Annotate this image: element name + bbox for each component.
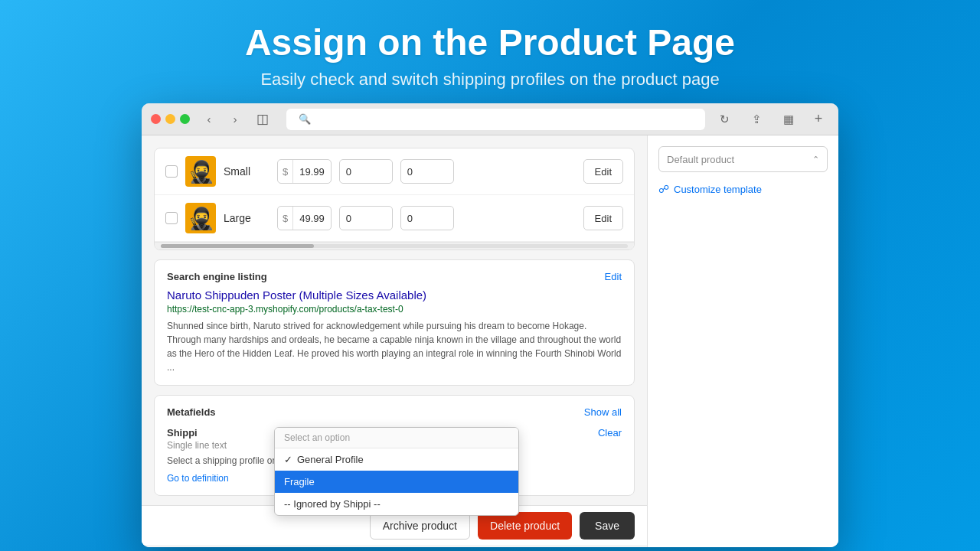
share-button[interactable]: ⇪: [743, 109, 769, 130]
price-input-large[interactable]: $ 49.99: [277, 206, 332, 230]
currency-symbol: $: [278, 207, 293, 230]
price-input-small[interactable]: $ 19.99: [277, 159, 332, 184]
browser-body: 🥷 Small $ 19.99 0 0 Edit: [142, 135, 838, 547]
qty2-value-large: 0: [407, 213, 413, 224]
shippi-block: Shippi Single line text Select a shippin…: [167, 427, 622, 484]
chevron-down-icon: ⌃: [812, 155, 819, 165]
checkmark-icon: ✓: [284, 454, 292, 465]
scrollbar-thumb[interactable]: [161, 244, 314, 248]
avatar-image: 🥷: [188, 206, 214, 231]
sidebar-toggle-button[interactable]: ◫: [251, 109, 274, 129]
dropdown-item-label: General Profile: [297, 454, 364, 465]
show-all-button[interactable]: Show all: [584, 406, 622, 418]
reload-button[interactable]: ↻: [711, 109, 737, 130]
dropdown-item-label: Fragile: [284, 476, 315, 487]
qty1-value-small: 0: [346, 166, 351, 178]
currency-symbol: $: [278, 160, 293, 183]
hero-title: Assign on the Product Page: [245, 21, 735, 64]
shipping-profile-dropdown[interactable]: Select an option ✓ General Profile Fragi…: [274, 427, 519, 516]
scrollbar-wrap: [155, 242, 634, 249]
seo-edit-button[interactable]: Edit: [605, 271, 622, 282]
save-button[interactable]: Save: [580, 512, 635, 540]
main-content: 🥷 Small $ 19.99 0 0 Edit: [142, 135, 647, 547]
customize-template-label: Customize template: [674, 184, 762, 195]
small-checkbox[interactable]: [165, 165, 178, 178]
clear-button[interactable]: Clear: [598, 427, 622, 439]
variants-section: 🥷 Small $ 19.99 0 0 Edit: [154, 148, 635, 250]
edit-button-small[interactable]: Edit: [583, 159, 623, 184]
template-select[interactable]: Default product ⌃: [658, 146, 828, 172]
minimize-icon[interactable]: [165, 114, 175, 124]
new-tab-button[interactable]: +: [808, 109, 829, 130]
dropdown-item-fragile[interactable]: Fragile: [275, 471, 518, 493]
seo-header: Search engine listing Edit: [167, 271, 622, 282]
browser-window: ‹ › ◫ 🔍 ↻ ⇪ ▦ + 🥷 Small: [142, 103, 838, 547]
browser-chrome: ‹ › ◫ 🔍 ↻ ⇪ ▦ +: [142, 103, 838, 135]
qty1-input-large[interactable]: 0: [339, 206, 393, 230]
qty2-value-small: 0: [407, 166, 413, 178]
forward-button[interactable]: ›: [225, 109, 245, 129]
metafields-title: Metafields: [167, 406, 216, 418]
avatar: 🥷: [185, 156, 216, 187]
right-panel: Default product ⌃ ☍ Customize template: [647, 135, 838, 547]
variant-name-small: Small: [224, 165, 270, 178]
scrollbar-track[interactable]: [161, 244, 628, 248]
price-value-large: 49.99: [293, 213, 331, 224]
maximize-icon[interactable]: [180, 114, 190, 124]
table-row: 🥷 Small $ 19.99 0 0 Edit: [155, 148, 634, 195]
metafields-section: Metafields Show all Shippi Single line t…: [154, 395, 635, 496]
dropdown-item-ignored[interactable]: -- Ignored by Shippi --: [275, 493, 518, 515]
avatar: 🥷: [185, 203, 216, 233]
seo-product-title: Naruto Shippuden Poster (Multiple Sizes …: [167, 289, 622, 302]
edit-button-large[interactable]: Edit: [583, 206, 623, 230]
close-icon[interactable]: [151, 114, 161, 124]
template-icon: ☍: [658, 183, 669, 195]
qty1-input-small[interactable]: 0: [339, 159, 393, 184]
go-to-definition-button[interactable]: Go to definition: [167, 473, 229, 484]
avatar-image: 🥷: [188, 159, 214, 184]
large-checkbox[interactable]: [165, 212, 178, 224]
template-select-label: Default product: [667, 154, 734, 165]
search-icon: 🔍: [299, 113, 311, 125]
tab-overview-button[interactable]: ▦: [776, 109, 802, 130]
metafields-header: Metafields Show all: [167, 406, 622, 418]
seo-section: Search engine listing Edit Naruto Shippu…: [154, 259, 635, 386]
table-row: 🥷 Large $ 49.99 0 0 Edit: [155, 195, 634, 242]
seo-section-label: Search engine listing: [167, 271, 267, 282]
dropdown-header: Select an option: [275, 428, 518, 448]
dropdown-item-general[interactable]: ✓ General Profile: [275, 448, 518, 471]
address-bar[interactable]: 🔍: [286, 109, 705, 130]
customize-template-link[interactable]: ☍ Customize template: [658, 183, 828, 195]
qty2-input-small[interactable]: 0: [400, 159, 454, 184]
seo-url: https://test-cnc-app-3.myshopify.com/pro…: [167, 304, 622, 315]
traffic-lights: [151, 114, 190, 124]
dropdown-item-label: -- Ignored by Shippi --: [284, 498, 381, 510]
variant-name-large: Large: [224, 212, 270, 224]
qty2-input-large[interactable]: 0: [400, 206, 454, 230]
seo-description: Shunned since birth, Naruto strived for …: [167, 319, 622, 374]
back-button[interactable]: ‹: [199, 109, 219, 129]
qty1-value-large: 0: [346, 213, 351, 224]
hero-subtitle: Easily check and switch shipping profile…: [260, 70, 719, 90]
price-value-small: 19.99: [293, 166, 331, 178]
